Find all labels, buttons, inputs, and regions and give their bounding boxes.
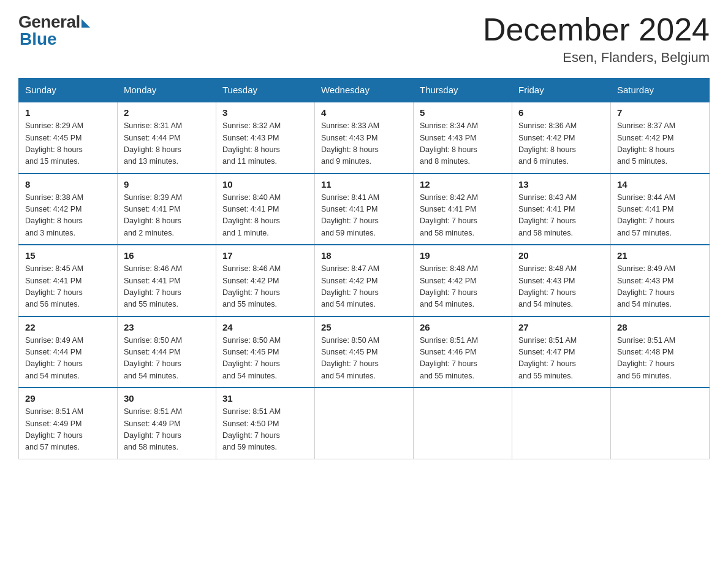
calendar-day-cell: 16Sunrise: 8:46 AMSunset: 4:41 PMDayligh…: [118, 245, 216, 316]
day-info: Sunrise: 8:34 AMSunset: 4:43 PMDaylight:…: [420, 120, 506, 168]
location: Esen, Flanders, Belgium: [483, 50, 710, 66]
calendar-day-cell: 14Sunrise: 8:44 AMSunset: 4:41 PMDayligh…: [611, 174, 710, 245]
day-number: 7: [617, 107, 703, 118]
calendar-day-cell: 5Sunrise: 8:34 AMSunset: 4:43 PMDaylight…: [414, 102, 512, 174]
day-info: Sunrise: 8:51 AMSunset: 4:46 PMDaylight:…: [420, 335, 506, 383]
day-number: 4: [321, 107, 407, 118]
day-number: 3: [222, 107, 308, 118]
day-number: 17: [222, 250, 308, 261]
day-info: Sunrise: 8:33 AMSunset: 4:43 PMDaylight:…: [321, 120, 407, 168]
day-number: 27: [518, 322, 604, 332]
day-number: 31: [222, 393, 308, 404]
calendar-day-cell: 12Sunrise: 8:42 AMSunset: 4:41 PMDayligh…: [414, 174, 512, 245]
day-number: 22: [25, 322, 111, 332]
day-number: 12: [420, 179, 506, 190]
day-info: Sunrise: 8:38 AMSunset: 4:42 PMDaylight:…: [25, 192, 111, 240]
calendar-week-row: 15Sunrise: 8:45 AMSunset: 4:41 PMDayligh…: [19, 245, 710, 316]
day-info: Sunrise: 8:48 AMSunset: 4:43 PMDaylight:…: [518, 263, 604, 311]
calendar-day-cell: 25Sunrise: 8:50 AMSunset: 4:45 PMDayligh…: [315, 316, 414, 388]
calendar-week-row: 1Sunrise: 8:29 AMSunset: 4:45 PMDaylight…: [19, 102, 710, 174]
day-info: Sunrise: 8:42 AMSunset: 4:41 PMDaylight:…: [420, 192, 506, 240]
day-info: Sunrise: 8:41 AMSunset: 4:41 PMDaylight:…: [321, 192, 407, 240]
calendar-empty-cell: [315, 388, 414, 459]
calendar-day-cell: 20Sunrise: 8:48 AMSunset: 4:43 PMDayligh…: [512, 245, 611, 316]
calendar-day-cell: 27Sunrise: 8:51 AMSunset: 4:47 PMDayligh…: [512, 316, 611, 388]
logo-blue-text: Blue: [20, 29, 57, 49]
day-number: 14: [617, 179, 703, 190]
day-info: Sunrise: 8:51 AMSunset: 4:49 PMDaylight:…: [25, 406, 111, 454]
day-number: 11: [321, 179, 407, 190]
day-number: 15: [25, 250, 111, 261]
day-number: 8: [25, 179, 111, 190]
day-number: 9: [124, 179, 210, 190]
day-info: Sunrise: 8:43 AMSunset: 4:41 PMDaylight:…: [518, 192, 604, 240]
calendar-day-cell: 6Sunrise: 8:36 AMSunset: 4:42 PMDaylight…: [512, 102, 611, 174]
calendar-day-cell: 28Sunrise: 8:51 AMSunset: 4:48 PMDayligh…: [611, 316, 710, 388]
calendar-day-cell: 21Sunrise: 8:49 AMSunset: 4:43 PMDayligh…: [611, 245, 710, 316]
day-info: Sunrise: 8:40 AMSunset: 4:41 PMDaylight:…: [222, 192, 308, 240]
day-number: 25: [321, 322, 407, 332]
day-number: 26: [420, 322, 506, 332]
calendar-week-row: 8Sunrise: 8:38 AMSunset: 4:42 PMDaylight…: [19, 174, 710, 245]
day-number: 20: [518, 250, 604, 261]
day-info: Sunrise: 8:36 AMSunset: 4:42 PMDaylight:…: [518, 120, 604, 168]
calendar-day-cell: 17Sunrise: 8:46 AMSunset: 4:42 PMDayligh…: [216, 245, 315, 316]
day-info: Sunrise: 8:48 AMSunset: 4:42 PMDaylight:…: [420, 263, 506, 311]
calendar-day-cell: 11Sunrise: 8:41 AMSunset: 4:41 PMDayligh…: [315, 174, 414, 245]
header-thursday: Thursday: [414, 79, 512, 102]
month-title: December 2024: [483, 12, 710, 47]
day-info: Sunrise: 8:39 AMSunset: 4:41 PMDaylight:…: [124, 192, 210, 240]
day-info: Sunrise: 8:47 AMSunset: 4:42 PMDaylight:…: [321, 263, 407, 311]
calendar-empty-cell: [611, 388, 710, 459]
day-info: Sunrise: 8:51 AMSunset: 4:49 PMDaylight:…: [124, 406, 210, 454]
page-header: General Blue December 2024 Esen, Flander…: [18, 12, 710, 66]
calendar-empty-cell: [512, 388, 611, 459]
calendar-day-cell: 30Sunrise: 8:51 AMSunset: 4:49 PMDayligh…: [118, 388, 216, 459]
day-info: Sunrise: 8:51 AMSunset: 4:50 PMDaylight:…: [222, 406, 308, 454]
calendar-day-cell: 24Sunrise: 8:50 AMSunset: 4:45 PMDayligh…: [216, 316, 315, 388]
day-number: 10: [222, 179, 308, 190]
day-number: 6: [518, 107, 604, 118]
day-info: Sunrise: 8:37 AMSunset: 4:42 PMDaylight:…: [617, 120, 703, 168]
day-number: 28: [617, 322, 703, 332]
day-info: Sunrise: 8:29 AMSunset: 4:45 PMDaylight:…: [25, 120, 111, 168]
day-number: 18: [321, 250, 407, 261]
day-info: Sunrise: 8:51 AMSunset: 4:48 PMDaylight:…: [617, 335, 703, 383]
day-number: 19: [420, 250, 506, 261]
day-info: Sunrise: 8:46 AMSunset: 4:42 PMDaylight:…: [222, 263, 308, 311]
header-sunday: Sunday: [19, 79, 118, 102]
day-number: 13: [518, 179, 604, 190]
calendar-day-cell: 4Sunrise: 8:33 AMSunset: 4:43 PMDaylight…: [315, 102, 414, 174]
header-wednesday: Wednesday: [315, 79, 414, 102]
title-section: December 2024 Esen, Flanders, Belgium: [483, 12, 710, 66]
day-info: Sunrise: 8:46 AMSunset: 4:41 PMDaylight:…: [124, 263, 210, 311]
day-number: 30: [124, 393, 210, 404]
day-info: Sunrise: 8:49 AMSunset: 4:43 PMDaylight:…: [617, 263, 703, 311]
header-friday: Friday: [512, 79, 611, 102]
logo: General Blue: [18, 12, 90, 49]
day-number: 21: [617, 250, 703, 261]
calendar-day-cell: 13Sunrise: 8:43 AMSunset: 4:41 PMDayligh…: [512, 174, 611, 245]
day-info: Sunrise: 8:50 AMSunset: 4:45 PMDaylight:…: [321, 335, 407, 383]
day-number: 23: [124, 322, 210, 332]
day-info: Sunrise: 8:49 AMSunset: 4:44 PMDaylight:…: [25, 335, 111, 383]
day-number: 24: [222, 322, 308, 332]
day-number: 2: [124, 107, 210, 118]
calendar-day-cell: 7Sunrise: 8:37 AMSunset: 4:42 PMDaylight…: [611, 102, 710, 174]
day-info: Sunrise: 8:50 AMSunset: 4:44 PMDaylight:…: [124, 335, 210, 383]
day-info: Sunrise: 8:32 AMSunset: 4:43 PMDaylight:…: [222, 120, 308, 168]
header-saturday: Saturday: [611, 79, 710, 102]
calendar-day-cell: 1Sunrise: 8:29 AMSunset: 4:45 PMDaylight…: [19, 102, 118, 174]
day-info: Sunrise: 8:51 AMSunset: 4:47 PMDaylight:…: [518, 335, 604, 383]
calendar-day-cell: 10Sunrise: 8:40 AMSunset: 4:41 PMDayligh…: [216, 174, 315, 245]
calendar-day-cell: 22Sunrise: 8:49 AMSunset: 4:44 PMDayligh…: [19, 316, 118, 388]
header-tuesday: Tuesday: [216, 79, 315, 102]
calendar-day-cell: 3Sunrise: 8:32 AMSunset: 4:43 PMDaylight…: [216, 102, 315, 174]
calendar-day-cell: 31Sunrise: 8:51 AMSunset: 4:50 PMDayligh…: [216, 388, 315, 459]
calendar-day-cell: 29Sunrise: 8:51 AMSunset: 4:49 PMDayligh…: [19, 388, 118, 459]
calendar-header-row: SundayMondayTuesdayWednesdayThursdayFrid…: [19, 79, 710, 102]
day-number: 16: [124, 250, 210, 261]
logo-arrow-icon: [82, 19, 90, 28]
calendar-empty-cell: [414, 388, 512, 459]
day-number: 29: [25, 393, 111, 404]
